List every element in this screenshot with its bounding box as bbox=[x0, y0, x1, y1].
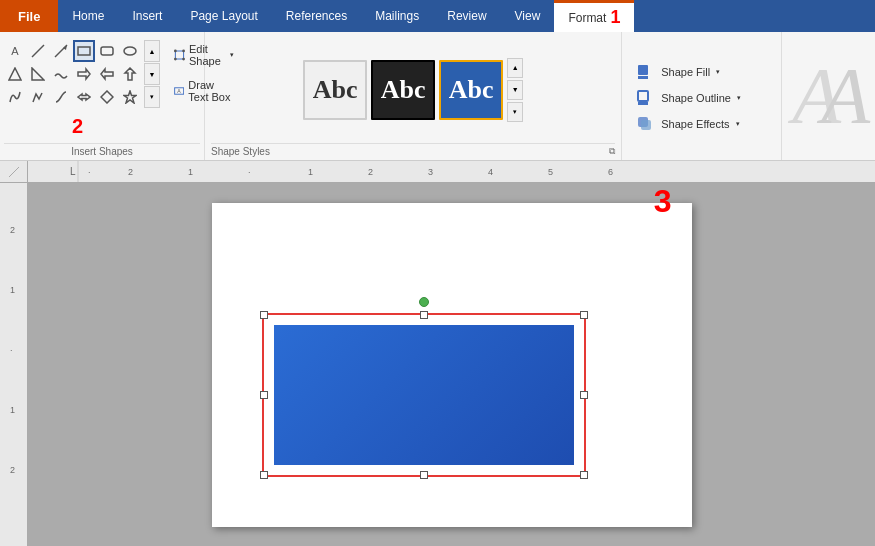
wordart-a2: A bbox=[821, 56, 865, 136]
edit-shape-button[interactable]: Edit Shape ▾ bbox=[168, 40, 240, 70]
svg-marker-7 bbox=[32, 68, 44, 80]
edit-shape-chevron: ▾ bbox=[230, 51, 234, 59]
swatch-scroll-up[interactable]: ▲ bbox=[507, 58, 523, 78]
shape-star[interactable] bbox=[119, 86, 141, 108]
svg-text:4: 4 bbox=[488, 167, 493, 177]
shape-rounded-rect[interactable] bbox=[96, 40, 118, 62]
swatch-1-label: Abc bbox=[313, 75, 358, 105]
resize-handle-mr[interactable] bbox=[580, 391, 588, 399]
menu-bar: File Home Insert Page Layout References … bbox=[0, 0, 875, 32]
number-1-badge: 1 bbox=[610, 7, 620, 28]
draw-textbox-button[interactable]: A Draw Text Box bbox=[168, 76, 240, 106]
svg-rect-4 bbox=[101, 47, 113, 55]
svg-line-0 bbox=[32, 45, 44, 57]
menu-page-layout[interactable]: Page Layout bbox=[176, 0, 271, 32]
resize-handle-br[interactable] bbox=[580, 471, 588, 479]
wordart-section: A A bbox=[782, 32, 875, 160]
shape-up-arrow[interactable] bbox=[119, 63, 141, 85]
shape-triangle[interactable] bbox=[4, 63, 26, 85]
svg-text:·: · bbox=[10, 345, 13, 355]
page: 3 bbox=[212, 203, 692, 527]
shape-effects-button[interactable]: Shape Effects ▾ bbox=[630, 112, 769, 136]
menu-view[interactable]: View bbox=[501, 0, 555, 32]
shape-outline-button[interactable]: Shape Outline ▾ bbox=[630, 86, 769, 110]
svg-text:6: 6 bbox=[608, 167, 613, 177]
file-menu[interactable]: File bbox=[0, 0, 58, 32]
shape-left-arrow[interactable] bbox=[96, 63, 118, 85]
swatch-1[interactable]: Abc bbox=[303, 60, 367, 120]
svg-marker-9 bbox=[101, 69, 113, 79]
shape-rt-triangle[interactable] bbox=[27, 63, 49, 85]
resize-handle-tr[interactable] bbox=[580, 311, 588, 319]
styles-dialog-icon[interactable]: ⧉ bbox=[609, 146, 615, 157]
svg-rect-21 bbox=[638, 65, 648, 75]
svg-text:2: 2 bbox=[10, 225, 15, 235]
left-ruler-svg: 2 1 · 1 2 bbox=[0, 183, 28, 546]
swatch-3-label: Abc bbox=[449, 75, 494, 105]
menu-format[interactable]: Format 1 bbox=[554, 0, 634, 32]
resize-handle-bc[interactable] bbox=[420, 471, 428, 479]
svg-point-17 bbox=[174, 58, 177, 61]
shape-flowchart[interactable] bbox=[96, 86, 118, 108]
svg-point-5 bbox=[124, 47, 136, 55]
svg-text:L: L bbox=[70, 166, 76, 177]
shape-fill-icon bbox=[637, 64, 655, 80]
edit-shape-icon bbox=[174, 47, 185, 63]
swatch-scroll: ▲ ▼ ▾ bbox=[507, 58, 523, 122]
menu-references[interactable]: References bbox=[272, 0, 361, 32]
shapes-grid: A bbox=[4, 40, 141, 108]
resize-handle-tl[interactable] bbox=[260, 311, 268, 319]
scroll-expand-btn[interactable]: ▾ bbox=[144, 86, 160, 108]
scroll-down-btn[interactable]: ▼ bbox=[144, 63, 160, 85]
resize-handle-tc[interactable] bbox=[420, 311, 428, 319]
menu-review[interactable]: Review bbox=[433, 0, 500, 32]
resize-handle-ml[interactable] bbox=[260, 391, 268, 399]
document-content: 3 bbox=[28, 183, 875, 546]
svg-marker-13 bbox=[124, 91, 136, 103]
swatch-expand[interactable]: ▾ bbox=[507, 102, 523, 122]
resize-handle-bl[interactable] bbox=[260, 471, 268, 479]
menu-mailings[interactable]: Mailings bbox=[361, 0, 433, 32]
svg-marker-10 bbox=[125, 68, 135, 80]
rotation-handle[interactable] bbox=[419, 297, 429, 307]
outline-chevron: ▾ bbox=[737, 94, 741, 102]
swatches-row: Abc Abc Abc ▲ ▼ ▾ bbox=[303, 36, 523, 143]
blue-shape[interactable] bbox=[274, 325, 574, 465]
shape-wave[interactable] bbox=[50, 63, 72, 85]
menu-home[interactable]: Home bbox=[58, 0, 118, 32]
shape-arrow-line[interactable] bbox=[50, 40, 72, 62]
shape-properties-group: Shape Fill ▾ Shape Outline ▾ Shape Effec… bbox=[622, 32, 782, 160]
shape-double-arrow[interactable] bbox=[73, 86, 95, 108]
fill-chevron: ▾ bbox=[716, 68, 720, 76]
swatch-scroll-down[interactable]: ▼ bbox=[507, 80, 523, 100]
menu-insert[interactable]: Insert bbox=[118, 0, 176, 32]
shape-fill-button[interactable]: Shape Fill ▾ bbox=[630, 60, 769, 84]
shape-styles-label: Shape Styles ⧉ bbox=[211, 143, 615, 160]
shape-rectangle[interactable] bbox=[73, 40, 95, 62]
svg-text:1: 1 bbox=[188, 167, 193, 177]
insert-shapes-group: A bbox=[0, 32, 205, 160]
ribbon: A bbox=[0, 32, 875, 161]
svg-point-18 bbox=[182, 58, 185, 61]
svg-text:2: 2 bbox=[128, 167, 133, 177]
shape-freeform[interactable] bbox=[27, 86, 49, 108]
shape-selection-container[interactable] bbox=[262, 313, 586, 477]
swatch-3[interactable]: Abc bbox=[439, 60, 503, 120]
shape-oval[interactable] bbox=[119, 40, 141, 62]
shape-outline-icon bbox=[637, 90, 655, 106]
shape-connector[interactable] bbox=[50, 86, 72, 108]
ruler-corner-icon bbox=[9, 167, 19, 177]
left-ruler: 2 1 · 1 2 bbox=[0, 183, 28, 546]
svg-marker-11 bbox=[78, 94, 90, 100]
svg-text:2: 2 bbox=[10, 465, 15, 475]
insert-shapes-label: Insert Shapes bbox=[4, 143, 200, 160]
svg-text:5: 5 bbox=[548, 167, 553, 177]
shape-right-arrow[interactable] bbox=[73, 63, 95, 85]
swatch-2-label: Abc bbox=[381, 75, 426, 105]
swatch-2[interactable]: Abc bbox=[371, 60, 435, 120]
shape-text[interactable]: A bbox=[4, 40, 26, 62]
number-3-badge: 3 bbox=[654, 183, 672, 220]
shape-line[interactable] bbox=[27, 40, 49, 62]
scroll-up-btn[interactable]: ▲ bbox=[144, 40, 160, 62]
shape-curved[interactable] bbox=[4, 86, 26, 108]
